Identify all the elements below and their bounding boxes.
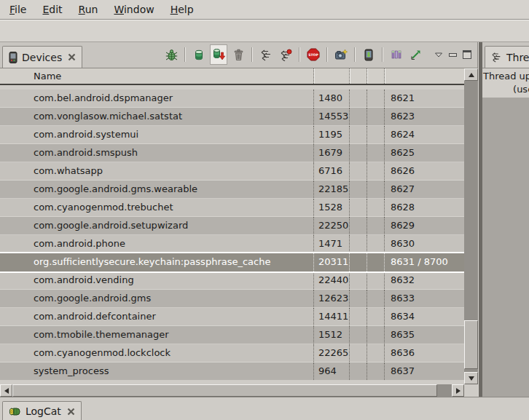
client-name-cell: com.vonglasow.michael.satstat (0, 108, 313, 125)
client-pid-cell: 964 (313, 362, 349, 380)
stop-process-icon[interactable]: STOP (305, 44, 322, 65)
client-port-cell: 8635 (384, 326, 464, 344)
scroll-down-button[interactable] (464, 372, 478, 384)
table-rows: com.bel.android.dspmanager 1480 8621 com… (0, 85, 464, 384)
client-port-cell: 8631 / 8700 (384, 253, 464, 272)
client-port-cell: 8637 (384, 362, 464, 380)
client-port-cell: 8623 (384, 108, 464, 125)
client-port-cell: 8630 (384, 235, 464, 253)
threads-tabbar: Threads (482, 42, 529, 68)
dump-view-hierarchy-icon[interactable] (360, 44, 377, 65)
client-name-cell: org.sufficientlysecure.keychain:passphra… (0, 253, 313, 272)
dump-hprof-icon[interactable] (210, 44, 227, 65)
client-pid-cell: 1195 (313, 126, 349, 143)
client-col4-cell (367, 344, 384, 362)
client-port-cell: 8634 (384, 308, 464, 325)
column-header-pid[interactable] (313, 68, 349, 84)
client-col3-cell (349, 90, 367, 107)
client-name-cell: com.android.defcontainer (0, 308, 313, 325)
tab-devices[interactable]: Devices (2, 46, 82, 68)
toolbar-separator (184, 47, 186, 62)
menu-edit[interactable]: Edit (34, 1, 70, 17)
start-method-profiling-icon[interactable] (277, 44, 294, 65)
toolbar-separator (251, 47, 253, 62)
menu-window[interactable]: Window (106, 1, 162, 17)
update-heap-icon[interactable] (190, 44, 208, 65)
close-icon[interactable] (67, 408, 75, 416)
scroll-right-button[interactable] (452, 384, 464, 397)
update-threads-icon[interactable] (257, 44, 275, 65)
client-col3-cell (349, 144, 367, 162)
cause-gc-icon[interactable] (230, 44, 247, 65)
client-col3-cell (349, 217, 367, 234)
device-client-row[interactable]: com.cyanogenmod.trebuchet 1528 8628 (0, 199, 464, 217)
client-pid-cell: 1679 (313, 144, 349, 162)
device-client-row[interactable]: org.sufficientlysecure.keychain:passphra… (0, 253, 464, 272)
debug-process-icon[interactable] (162, 44, 180, 65)
column-header-port[interactable] (384, 68, 464, 84)
device-client-row[interactable]: com.android.phone 1471 8630 (0, 235, 464, 253)
device-client-row[interactable]: com.google.android.gms 12623 8633 (0, 290, 464, 308)
scroll-up-button[interactable] (464, 68, 478, 81)
device-client-row[interactable]: com.bel.android.dspmanager 1480 8621 (0, 90, 464, 108)
vertical-scrollbar[interactable] (464, 68, 478, 384)
minimize-icon[interactable] (449, 53, 457, 57)
logcat-view-strip: LogCat (0, 397, 529, 420)
device-client-row[interactable]: com.google.android.setupwizard 22250 862… (0, 217, 464, 235)
left-arrow-icon (4, 388, 9, 394)
close-icon[interactable] (68, 53, 76, 61)
client-name-cell: com.whatsapp (0, 162, 313, 180)
view-menu-icon[interactable] (434, 52, 443, 58)
device-client-row[interactable]: com.android.smspush 1679 8625 (0, 144, 464, 162)
client-pid-cell: 22250 (313, 217, 349, 234)
column-header-name[interactable]: Name (0, 68, 313, 84)
tab-logcat[interactable]: LogCat (2, 401, 82, 420)
device-client-row[interactable]: system_process 964 8637 (0, 362, 464, 381)
tab-threads[interactable]: Threads (485, 46, 529, 68)
start-opengl-trace-icon[interactable] (407, 44, 425, 65)
client-col3-cell (349, 326, 367, 344)
devices-view-toolbar: STOP (162, 41, 477, 68)
menu-file[interactable]: File (1, 1, 34, 17)
device-client-row[interactable]: com.android.systemui 1195 8624 (0, 126, 464, 144)
client-col4-cell (367, 199, 384, 216)
menu-run[interactable]: Run (71, 1, 106, 17)
client-col3-cell (349, 126, 367, 143)
client-port-cell: 8629 (384, 217, 464, 234)
toolbar-separator (354, 47, 356, 62)
client-col3-cell (349, 344, 367, 362)
capture-systrace-icon[interactable] (388, 44, 405, 65)
phone-device-icon (9, 52, 17, 63)
column-header-3[interactable] (349, 68, 367, 84)
device-client-row[interactable]: com.cyanogenmod.lockclock 22265 8636 (0, 344, 464, 362)
scroll-left-button[interactable] (0, 384, 12, 397)
vertical-scroll-thumb[interactable] (464, 320, 478, 369)
screen-capture-icon[interactable] (332, 44, 350, 65)
client-port-cell: 8624 (384, 126, 464, 143)
client-col4-cell (367, 272, 384, 289)
menu-help[interactable]: Help (162, 1, 202, 17)
client-col4-cell (367, 126, 384, 143)
horizontal-scrollbar[interactable] (0, 384, 464, 397)
device-client-row[interactable]: com.android.defcontainer 14411 8634 (0, 308, 464, 326)
device-client-row[interactable]: com.vonglasow.michael.satstat 14553 8623 (0, 108, 464, 126)
right-arrow-icon (456, 388, 461, 394)
device-client-row[interactable]: com.google.android.gms.wearable 22185 86… (0, 181, 464, 199)
device-client-row[interactable]: com.android.vending 22440 8632 (0, 272, 464, 290)
horizontal-scroll-thumb[interactable] (12, 384, 437, 397)
column-header-4[interactable] (367, 68, 384, 84)
client-pid-cell: 1528 (313, 199, 349, 216)
client-col3-cell (349, 290, 367, 307)
client-col3-cell (349, 253, 367, 272)
client-pid-cell: 14411 (313, 308, 349, 325)
client-col4-cell (367, 308, 384, 325)
client-pid-cell: 22265 (313, 344, 349, 362)
scrollbar-corner (464, 384, 478, 397)
device-client-row[interactable]: com.whatsapp 6716 8626 (0, 162, 464, 181)
tab-devices-label: Devices (22, 52, 62, 63)
client-col3-cell (349, 272, 367, 289)
maximize-icon[interactable] (463, 50, 471, 59)
client-pid-cell: 1471 (313, 235, 349, 253)
client-pid-cell: 12623 (313, 290, 349, 307)
device-client-row[interactable]: com.tmobile.thememanager 1512 8635 (0, 326, 464, 344)
